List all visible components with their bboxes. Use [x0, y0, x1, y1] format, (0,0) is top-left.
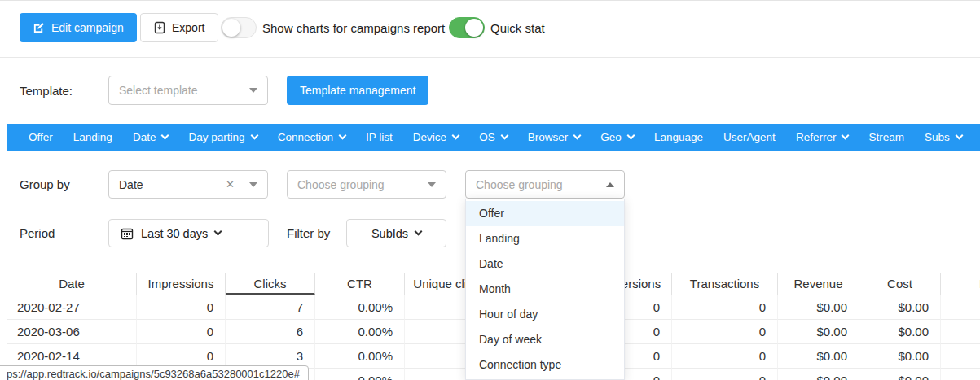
- group-by-select-2[interactable]: Choose grouping: [287, 170, 446, 199]
- chevron-down-icon: [955, 132, 963, 140]
- cell-impressions: 0: [137, 295, 226, 320]
- column-header-cost[interactable]: Cost: [859, 273, 941, 295]
- edit-campaign-label: Edit campaign: [51, 21, 124, 34]
- chevron-down-icon: [842, 132, 850, 140]
- calendar-icon: [121, 227, 134, 240]
- chevron-down-icon: [415, 228, 423, 236]
- dropdown-option-day-of-week[interactable]: Day of week: [466, 327, 624, 352]
- column-header-revenue[interactable]: Revenue: [778, 273, 859, 295]
- group-by-select-1[interactable]: Date ✕: [108, 170, 268, 199]
- cell-profit: [941, 344, 980, 369]
- column-header-clicks[interactable]: Clicks: [226, 273, 315, 295]
- show-charts-toggle[interactable]: [221, 17, 257, 38]
- column-header-profit[interactable]: Profit: [941, 273, 980, 295]
- cell-profit: [941, 320, 980, 344]
- tab-day-parting[interactable]: Day parting: [189, 131, 257, 143]
- filter-by-label: Filter by: [287, 226, 330, 240]
- tab-geo[interactable]: Geo: [600, 131, 634, 143]
- cell-cost: $0.00: [859, 344, 941, 369]
- template-management-label: Template management: [300, 84, 415, 97]
- tab-label: Referrer: [796, 131, 837, 143]
- chevron-down-icon: [161, 132, 169, 140]
- period-range-value: Last 30 days: [141, 227, 208, 240]
- chevron-up-icon: [606, 182, 614, 187]
- tab-label: OS: [479, 131, 495, 143]
- export-download-icon: [154, 21, 165, 34]
- grouping-dropdown-menu: Offer Landing Date Month Hour of day Day…: [465, 199, 625, 380]
- template-management-button[interactable]: Template management: [287, 76, 428, 105]
- tab-date[interactable]: Date: [133, 131, 169, 143]
- template-label: Template:: [20, 84, 73, 98]
- chevron-down-icon: [626, 132, 635, 140]
- tab-label: UserAgent: [723, 131, 776, 143]
- export-label: Export: [172, 21, 204, 34]
- tab-device[interactable]: Device: [413, 131, 459, 143]
- tab-referrer[interactable]: Referrer: [796, 131, 849, 143]
- tab-label: Geo: [600, 131, 622, 143]
- export-button[interactable]: Export: [140, 13, 218, 42]
- dropdown-option-hour-of-day[interactable]: Hour of day: [466, 302, 624, 327]
- chevron-down-icon: [500, 132, 508, 140]
- cell-date: 2020-02-27: [7, 295, 137, 320]
- chevron-down-icon: [249, 182, 257, 187]
- toggle-knob: [465, 19, 483, 37]
- cell-transactions: 0: [672, 295, 778, 320]
- dropdown-option-month[interactable]: Month: [466, 277, 624, 302]
- tab-language[interactable]: Language: [654, 131, 703, 143]
- tab-label: Day parting: [189, 131, 245, 143]
- report-tabs-bar: Offer Landing Date Day parting Connectio…: [7, 124, 980, 151]
- tab-os[interactable]: OS: [479, 131, 508, 143]
- dropdown-option-connection-type[interactable]: Connection type: [466, 352, 624, 378]
- column-header-date[interactable]: Date: [7, 273, 137, 295]
- browser-status-url: ps://app.redtrack.io/campaigns/5c93268a6…: [0, 365, 309, 380]
- tab-label: Offer: [29, 131, 53, 143]
- tab-label: Subs: [925, 131, 950, 143]
- dropdown-option-landing[interactable]: Landing: [466, 226, 624, 251]
- column-header-ctr[interactable]: CTR: [315, 273, 405, 295]
- chevron-down-icon: [452, 132, 460, 140]
- tab-landing[interactable]: Landing: [73, 131, 112, 143]
- edit-campaign-button[interactable]: Edit campaign: [20, 13, 137, 42]
- tab-stream[interactable]: Stream: [869, 131, 905, 143]
- quick-stat-label: Quick stat: [490, 21, 545, 35]
- cell-transactions: 0: [672, 344, 778, 369]
- tab-browser[interactable]: Browser: [528, 131, 581, 143]
- group-by-label: Group by: [20, 177, 70, 191]
- cell-impressions: 0: [137, 320, 226, 344]
- cell-ctr: 0.00%: [315, 369, 405, 380]
- chevron-down-icon: [214, 228, 222, 236]
- cell-ctr: 0.00%: [315, 295, 405, 320]
- cell-revenue: $0.00: [778, 320, 859, 344]
- dropdown-option-offer[interactable]: Offer: [466, 201, 624, 226]
- subids-filter-value: SubIds: [371, 227, 408, 240]
- cell-revenue: $0.00: [778, 344, 859, 369]
- clear-icon[interactable]: ✕: [226, 178, 235, 190]
- cell-cost: $0.00: [859, 369, 941, 380]
- tab-connection[interactable]: Connection: [278, 131, 345, 143]
- toggle-knob: [222, 19, 240, 37]
- subids-filter-button[interactable]: SubIds: [346, 219, 446, 247]
- cell-date: 2020-03-06: [7, 320, 137, 344]
- tab-label: Date: [133, 131, 156, 143]
- tab-subs[interactable]: Subs: [925, 131, 962, 143]
- group-by-select-1-value: Date: [119, 178, 226, 191]
- chevron-down-icon: [573, 132, 582, 140]
- column-header-impressions[interactable]: Impressions: [137, 273, 226, 295]
- campaign-report-page: Edit campaign Export Show charts for cam…: [0, 0, 980, 380]
- template-select-placeholder: Select template: [119, 84, 243, 97]
- page-top-border: [0, 0, 980, 1]
- cell-cost: $0.00: [859, 295, 941, 320]
- tab-label: Landing: [73, 131, 112, 143]
- quick-stat-toggle[interactable]: [449, 17, 485, 38]
- tab-useragent[interactable]: UserAgent: [723, 131, 776, 143]
- tab-ip-list[interactable]: IP list: [366, 131, 393, 143]
- tab-offer[interactable]: Offer: [29, 131, 53, 143]
- dropdown-option-date[interactable]: Date: [466, 251, 624, 277]
- column-header-transactions[interactable]: Transactions: [672, 273, 778, 295]
- group-by-select-3[interactable]: Choose grouping: [465, 170, 625, 199]
- tab-label: IP list: [366, 131, 393, 143]
- template-select[interactable]: Select template: [108, 76, 268, 105]
- tab-label: Stream: [869, 131, 905, 143]
- period-range-button[interactable]: Last 30 days: [108, 219, 269, 247]
- chevron-down-icon: [428, 182, 436, 187]
